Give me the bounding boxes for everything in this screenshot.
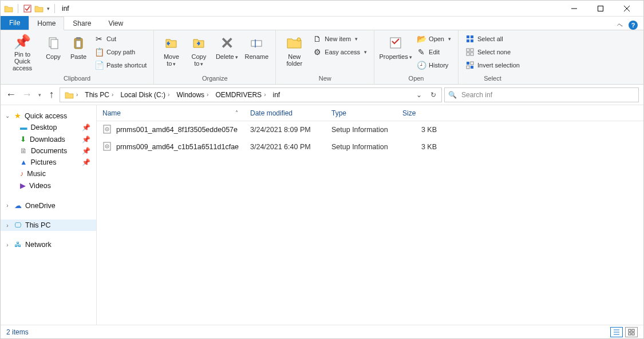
back-button[interactable]: ←	[5, 89, 17, 101]
tab-file[interactable]: File	[1, 16, 29, 30]
search-input[interactable]	[460, 90, 635, 99]
copy-button[interactable]: Copy	[42, 33, 65, 73]
svg-rect-20	[467, 53, 469, 55]
tab-home[interactable]: Home	[29, 17, 64, 30]
svg-rect-37	[629, 333, 631, 335]
copy-path-button[interactable]: 📋Copy path	[92, 46, 149, 58]
pin-icon: 📌	[82, 147, 94, 155]
view-details-toggle[interactable]	[610, 327, 623, 337]
history-button[interactable]: 🕘History	[414, 59, 453, 71]
view-large-icons-toggle[interactable]	[625, 327, 638, 337]
tree-music[interactable]: ♪Music	[1, 168, 96, 180]
move-to-button[interactable]: Move to▾	[159, 33, 184, 73]
cut-button[interactable]: ✂Cut	[92, 33, 149, 45]
new-item-button[interactable]: 🗋New item▾	[310, 33, 369, 45]
minimize-button[interactable]	[561, 1, 587, 17]
svg-rect-36	[632, 329, 634, 332]
svg-rect-14	[467, 35, 469, 38]
nav-arrows: ← → ▾ ↑	[5, 89, 57, 101]
paste-shortcut-button[interactable]: 📄Paste shortcut	[92, 59, 149, 71]
breadcrumb-item[interactable]: OEMDRIVERS›	[212, 88, 269, 102]
breadcrumb-item[interactable]: Windows›	[173, 88, 212, 102]
maximize-button[interactable]	[587, 1, 614, 17]
scissors-icon: ✂	[94, 34, 104, 43]
paste-shortcut-icon: 📄	[94, 61, 104, 70]
file-row[interactable]: prnms009_amd64_c1b51a6511d1cfae 3/24/202…	[97, 138, 643, 155]
pin-to-quick-access-button[interactable]: 📌 Pin to Quick access	[5, 33, 39, 73]
tree-downloads[interactable]: ⬇Downloads📌	[1, 133, 96, 145]
tree-this-pc[interactable]: ›🖵This PC	[1, 220, 96, 231]
svg-rect-24	[467, 66, 469, 69]
forward-button[interactable]: →	[21, 89, 33, 101]
chevron-right-icon[interactable]: ›	[4, 202, 11, 209]
network-icon: 🖧	[14, 241, 22, 249]
file-row[interactable]: prnms001_amd64_8f1f3505edde057e 3/24/202…	[97, 121, 643, 138]
breadcrumb-item[interactable]: This PC›	[81, 88, 117, 102]
breadcrumb-item[interactable]: Local Disk (C:)›	[117, 88, 173, 102]
column-date-modified[interactable]: Date modified	[244, 105, 326, 121]
svg-rect-19	[471, 49, 473, 51]
svg-rect-25	[471, 66, 473, 69]
refresh-button[interactable]: ↻	[426, 88, 440, 102]
tree-onedrive[interactable]: ›☁OneDrive	[1, 200, 96, 212]
paste-button[interactable]: Paste	[67, 33, 90, 73]
file-name: prnms001_amd64_8f1f3505edde057e	[116, 126, 238, 134]
navigation-row: ← → ▾ ↑ › This PC› Local Disk (C:)› Wind…	[1, 85, 643, 105]
properties-button[interactable]: Properties▾	[379, 33, 412, 73]
column-size[interactable]: Size	[397, 105, 442, 121]
delete-icon: ✕	[218, 34, 236, 52]
column-name[interactable]: Name˄	[97, 105, 244, 121]
help-icon[interactable]: ?	[629, 21, 638, 30]
move-to-icon	[162, 34, 180, 52]
chevron-right-icon[interactable]: ›	[4, 242, 11, 248]
address-bar[interactable]: › This PC› Local Disk (C:)› Windows› OEM…	[60, 87, 442, 102]
new-folder-button[interactable]: New folder	[280, 33, 308, 73]
easy-access-button[interactable]: ⚙Easy access▾	[310, 46, 369, 58]
chevron-right-icon[interactable]: ›	[4, 222, 11, 229]
properties-check-icon[interactable]	[23, 4, 32, 13]
select-all-icon	[465, 34, 475, 43]
open-button[interactable]: 📂Open▾	[414, 33, 453, 45]
separator	[18, 4, 18, 13]
pin-icon: 📌	[13, 34, 31, 50]
copy-to-button[interactable]: Copy to▾	[186, 33, 211, 73]
qat-dropdown-icon[interactable]: ▾	[47, 6, 50, 11]
delete-button[interactable]: ✕ Delete▾	[214, 33, 240, 73]
navigation-pane: ⌄★Quick access ▬Desktop📌 ⬇Downloads📌 🗎Do…	[1, 105, 97, 325]
tree-desktop[interactable]: ▬Desktop📌	[1, 122, 96, 133]
column-type[interactable]: Type	[326, 105, 397, 121]
select-none-button[interactable]: Select none	[463, 46, 522, 58]
rename-icon	[247, 34, 266, 52]
tree-pictures[interactable]: ▲Pictures📌	[1, 157, 96, 168]
close-button[interactable]	[614, 1, 640, 17]
ribbon-group-new: New folder 🗋New item▾ ⚙Easy access▾ New	[276, 30, 374, 84]
quick-access-toolbar: ▾	[4, 4, 57, 13]
videos-icon: ▶	[20, 181, 26, 190]
tree-videos[interactable]: ▶Videos	[1, 180, 96, 192]
tree-documents[interactable]: 🗎Documents📌	[1, 145, 96, 157]
chevron-down-icon[interactable]: ⌄	[4, 113, 11, 119]
tab-view[interactable]: View	[100, 17, 132, 30]
up-button[interactable]: ↑	[46, 89, 57, 101]
collapse-ribbon-icon[interactable]: ヘ	[617, 21, 623, 29]
invert-selection-button[interactable]: Invert selection	[463, 59, 522, 71]
tree-quick-access[interactable]: ⌄★Quick access	[1, 110, 96, 122]
search-box[interactable]: 🔍	[444, 87, 639, 102]
select-all-button[interactable]: Select all	[463, 33, 522, 45]
select-none-icon	[465, 47, 475, 57]
file-list[interactable]: prnms001_amd64_8f1f3505edde057e 3/24/202…	[97, 121, 643, 325]
folder-icon[interactable]	[34, 4, 44, 13]
recent-locations-dropdown[interactable]: ▾	[38, 92, 41, 98]
explorer-window: ▾ inf File Home Share View ヘ ? 📌 Pin to …	[0, 0, 644, 339]
edit-button[interactable]: ✎Edit	[414, 46, 453, 58]
breadcrumb-item[interactable]: inf	[269, 88, 283, 102]
address-dropdown-icon[interactable]: ⌄	[412, 88, 426, 102]
paste-icon	[69, 34, 88, 52]
sort-ascending-icon: ˄	[235, 110, 238, 116]
desktop-icon: ▬	[20, 123, 27, 131]
tab-share[interactable]: Share	[64, 17, 100, 30]
tree-network[interactable]: ›🖧Network	[1, 239, 96, 250]
rename-button[interactable]: Rename	[242, 33, 271, 73]
ribbon-tabs: File Home Share View ヘ ?	[1, 17, 643, 30]
breadcrumb-root[interactable]: ›	[61, 88, 81, 102]
